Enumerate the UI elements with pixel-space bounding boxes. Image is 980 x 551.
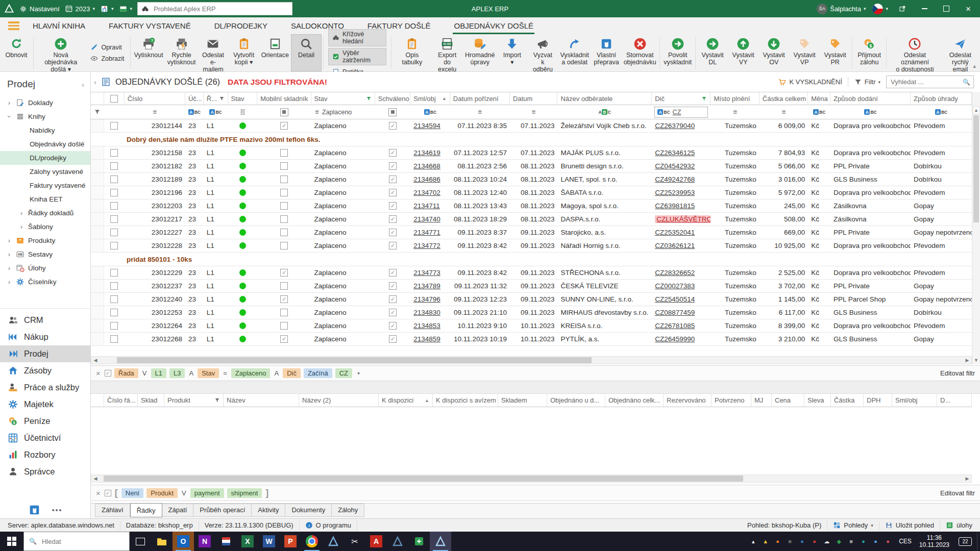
approved-checkbox[interactable]: [389, 162, 397, 170]
detail-filter-chip-shipment[interactable]: shipment: [227, 488, 262, 498]
filter-chip-začíná[interactable]: Začíná: [304, 368, 332, 378]
contract-link[interactable]: 2134859: [413, 335, 440, 343]
ribbon-button-export-do-excelu[interactable]: XLSXExport do excelu: [431, 34, 463, 71]
tray-icon-white-cloud[interactable]: ☁: [822, 537, 831, 546]
contract-link[interactable]: 2134830: [413, 309, 440, 316]
table-row[interactable]: 2301226423L1Zaplaceno213485310.11.2023 9…: [91, 319, 972, 333]
expander-icon[interactable]: ›: [6, 114, 13, 120]
detail-column-header-sml-obj[interactable]: Sml/obj: [892, 394, 937, 407]
status-pohledy[interactable]: Pohledy▾: [827, 521, 879, 530]
sidebar-item-objednávky-došlé[interactable]: Objednávky došlé: [0, 137, 90, 151]
module-nákup[interactable]: Nákup: [0, 329, 90, 345]
detail-filter-chip-payment[interactable]: payment: [190, 488, 224, 498]
filter-cell-datum-pořízení[interactable]: =: [450, 105, 510, 119]
tab-zálohy[interactable]: Zálohy: [332, 504, 364, 517]
column-header-chk[interactable]: [104, 92, 125, 105]
contract-link[interactable]: 2134686: [413, 176, 440, 183]
detail-column-header-skladem[interactable]: Skladem: [498, 394, 547, 407]
row-checkbox[interactable]: [110, 202, 118, 210]
show-desktop-button[interactable]: [977, 532, 980, 551]
expander-icon[interactable]: ›: [6, 264, 12, 272]
ribbon-button-rychle-vytisknout[interactable]: Rychle vytisknout: [165, 34, 198, 71]
detail-column-header-potvrzeno[interactable]: Potvrzeno: [712, 394, 751, 407]
edit-filter-button[interactable]: Editovat filtr: [940, 369, 975, 377]
start-button[interactable]: [0, 532, 23, 551]
ribbon-button-detail[interactable]: Detail: [291, 34, 322, 71]
user-menu[interactable]: ŠA Šalplachta▾: [817, 4, 866, 14]
sidebar-item-nabídky[interactable]: Nabídky: [0, 123, 90, 137]
vat-id-link[interactable]: CZ25450514: [655, 295, 695, 303]
tray-icon-up-arrow[interactable]: ▴: [749, 537, 757, 546]
panel-splitter[interactable]: [91, 381, 980, 394]
contract-link[interactable]: 2134796: [413, 295, 440, 303]
filter-chip-l1[interactable]: L1: [151, 368, 166, 378]
ribbon-toggle-výběr-zatržením[interactable]: Výběr zatržením: [328, 48, 386, 65]
status-uložit-pohled[interactable]: Uložit pohled: [879, 521, 940, 530]
approved-checkbox[interactable]: [389, 122, 397, 130]
column-header-ind[interactable]: [91, 92, 104, 105]
expander-icon[interactable]: ›: [6, 99, 12, 107]
approved-checkbox[interactable]: [389, 189, 397, 196]
ribbon-button-orientace[interactable]: Orientace: [259, 34, 291, 71]
ribbon-button-stornovat-objednávku[interactable]: Stornovat objednávku: [622, 34, 658, 71]
mobile-stockman-checkbox[interactable]: [280, 122, 288, 130]
approved-checkbox[interactable]: [389, 229, 397, 236]
table-row[interactable]: 2301223723L1Zaplaceno213478909.11.2023 1…: [91, 280, 972, 293]
mobile-stockman-checkbox[interactable]: [280, 242, 288, 249]
detail-column-header-k-dispozici[interactable]: K dispozici▲: [379, 394, 433, 407]
notification-center-button[interactable]: 22: [953, 532, 977, 551]
column-header-číslo[interactable]: Číslo: [125, 92, 185, 105]
filter-cell-stav[interactable]: =Zaplaceno: [311, 105, 375, 119]
ribbon-button-přijmout-zálohu[interactable]: €$Přijmout zálohu: [854, 34, 885, 71]
detail-column-header-produkt[interactable]: Produkt: [164, 394, 224, 407]
ribbon-button-odeslat-oznámení-o-dostupnosti[interactable]: Odeslat oznámení o dostupnosti: [888, 34, 942, 71]
language-indicator[interactable]: CES: [895, 532, 915, 551]
detail-column-header-objednáno-celk[interactable]: Objednáno celk...: [605, 394, 664, 407]
taskbar-search-input[interactable]: [41, 537, 124, 546]
taskbar-app-excel[interactable]: X: [237, 532, 258, 551]
column-header-dič[interactable]: Dič: [652, 92, 710, 105]
ribbon-button-zobrazit[interactable]: Zobrazit: [90, 55, 124, 62]
approved-checkbox[interactable]: [389, 215, 397, 223]
sidebar-item-řádky-dokladů[interactable]: ›Řádky dokladů: [0, 206, 90, 220]
module-práce-a-služby[interactable]: Práce a služby: [0, 379, 90, 396]
ribbon-button-vytisknout[interactable]: ?Vytisknout: [132, 34, 165, 71]
more-options-icon[interactable]: •••: [52, 506, 63, 514]
mobile-stockman-checkbox[interactable]: [280, 269, 288, 277]
taskbar-app-powerpoint[interactable]: P: [280, 532, 301, 551]
column-header-název-odběratele[interactable]: Název odběratele: [557, 92, 652, 105]
vat-id-link[interactable]: CZ28326652: [655, 269, 695, 277]
ribbon-button-vystavit-vp[interactable]: Vystavit VP: [789, 34, 820, 71]
contract-link[interactable]: 2134619: [413, 149, 440, 157]
filter-cell-částka-celkem[interactable]: =: [760, 105, 808, 119]
hamburger-menu-icon[interactable]: [8, 21, 19, 30]
detail-column-header-dph[interactable]: DPH: [864, 394, 892, 407]
tray-icon-orange-dot[interactable]: ●: [773, 537, 782, 546]
mobile-stockman-checkbox[interactable]: [280, 309, 288, 316]
vat-id-link[interactable]: CZLUKÁŠVĚTROV...: [655, 215, 710, 223]
ribbon-collapse-button[interactable]: ▴: [973, 63, 976, 69]
horizontal-scrollbar[interactable]: ◀ ▶: [91, 356, 972, 364]
column-header-způsob-úhrady[interactable]: Způsob úhrady: [911, 92, 972, 105]
column-header-částka-celkem[interactable]: Částka celkem: [760, 92, 808, 105]
contract-link[interactable]: 2134773: [413, 269, 440, 277]
taskbar-clock[interactable]: 11:36 10.11.2023: [915, 532, 953, 551]
menu-tab-hlavní-kniha[interactable]: HLAVNÍ KNIHA: [33, 17, 85, 34]
vat-id-link[interactable]: CZ63981815: [655, 202, 695, 210]
column-header-sml-obj[interactable]: Sml/obj▲: [410, 92, 450, 105]
module-peníze[interactable]: €$Peníze: [0, 413, 90, 430]
tab-průběh-operací[interactable]: Průběh operací: [193, 504, 252, 517]
sidebar-item-zálohy-vystavené[interactable]: Zálohy vystavené: [0, 165, 90, 179]
module-správce[interactable]: Správce: [0, 463, 90, 480]
detail-filter-chip-není[interactable]: Není: [121, 488, 143, 498]
filter-cell-chk[interactable]: [104, 105, 125, 119]
sidebar-item-knihy[interactable]: ›Knihy: [0, 110, 90, 123]
filter-chip-cz[interactable]: CZ: [335, 368, 352, 378]
detail-column-header-název-2[interactable]: Název (2): [299, 394, 379, 407]
contract-link[interactable]: 2134740: [413, 215, 440, 223]
tab-zápatí[interactable]: Zápatí: [162, 504, 194, 517]
tab-dokumenty[interactable]: Dokumenty: [285, 504, 332, 517]
detail-column-header-indicator[interactable]: [91, 394, 104, 407]
row-checkbox[interactable]: [110, 269, 118, 277]
approved-checkbox[interactable]: [389, 282, 397, 290]
